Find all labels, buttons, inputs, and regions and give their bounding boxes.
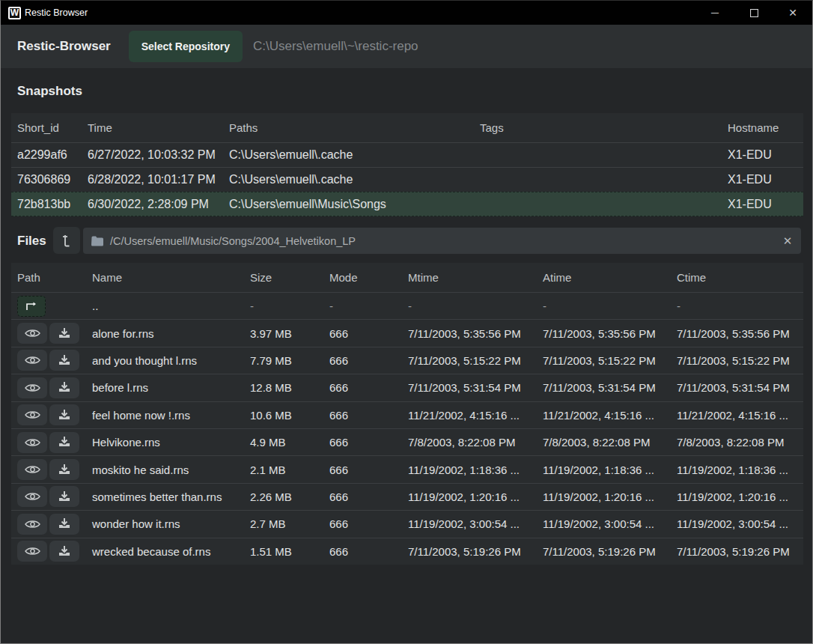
column-header: Path <box>11 271 86 284</box>
snapshot-row[interactable]: 763068696/28/2022, 10:01:17 PMC:\Users\e… <box>11 167 803 192</box>
cell-name: alone for.rns <box>86 327 244 340</box>
maximize-button[interactable] <box>734 1 773 25</box>
cell-atime: 11/21/2002, 4:15:16 ... <box>537 409 671 422</box>
cell-ctime: 7/11/2003, 5:19:26 PM <box>671 545 803 558</box>
cell-ctime: - <box>671 300 803 312</box>
file-row[interactable]: feel home now !.rns10.6 MB66611/21/2002,… <box>11 401 803 428</box>
clear-path-icon[interactable]: ✕ <box>780 234 795 248</box>
download-file-button[interactable] <box>49 486 79 507</box>
cell-mode: 666 <box>323 354 402 367</box>
cell-short_id: 72b813bb <box>11 198 82 211</box>
cell-paths: C:\Users\emuell\Music\Songs <box>223 198 474 211</box>
file-row[interactable]: moskito he said.rns2.1 MB66611/19/2002, … <box>11 455 803 482</box>
cell-time: 6/27/2022, 10:03:32 PM <box>82 148 223 162</box>
cell-path <box>11 350 86 371</box>
snapshot-row[interactable]: a2299af66/27/2022, 10:03:32 PMC:\Users\e… <box>11 142 803 167</box>
download-file-button[interactable] <box>49 323 79 344</box>
preview-file-button[interactable] <box>17 323 47 344</box>
download-icon <box>58 355 70 366</box>
download-file-button[interactable] <box>49 350 79 371</box>
cell-atime: 11/19/2002, 3:00:54 ... <box>537 517 671 530</box>
cell-paths: C:\Users\emuell\.cache <box>223 173 474 186</box>
cell-path <box>11 459 86 480</box>
go-up-button[interactable] <box>17 296 46 317</box>
download-file-button[interactable] <box>49 541 79 562</box>
cell-size: 7.79 MB <box>244 354 323 367</box>
column-header: Paths <box>223 121 474 134</box>
snapshots-title: Snapshots <box>17 84 82 99</box>
download-file-button[interactable] <box>49 459 79 480</box>
column-header: Ctime <box>671 271 803 284</box>
cell-mode: 666 <box>323 545 402 558</box>
preview-file-button[interactable] <box>17 514 47 535</box>
preview-file-button[interactable] <box>17 432 47 453</box>
file-row[interactable]: wonder how it.rns2.7 MB66611/19/2002, 3:… <box>11 510 803 537</box>
app-window: W Restic Browser ─ ✕ Restic-Browser Sele… <box>0 0 813 644</box>
preview-file-button[interactable] <box>17 404 47 425</box>
main-content: Snapshots Short_idTimePathsTagsHostname … <box>1 68 812 643</box>
column-header: Mtime <box>402 271 537 284</box>
download-file-button[interactable] <box>49 432 79 453</box>
column-header: Time <box>82 121 223 134</box>
preview-file-button[interactable] <box>17 459 47 480</box>
cell-ctime: 7/11/2003, 5:31:54 PM <box>671 381 803 394</box>
minimize-button[interactable]: ─ <box>695 1 734 25</box>
file-row[interactable]: wrecked because of.rns1.51 MB6667/11/200… <box>11 538 803 565</box>
preview-file-button[interactable] <box>17 541 47 562</box>
file-row[interactable]: before l.rns12.8 MB6667/11/2003, 5:31:54… <box>11 374 803 401</box>
close-button[interactable]: ✕ <box>773 1 812 25</box>
cell-mode: 666 <box>323 517 402 530</box>
column-header: Size <box>244 271 323 284</box>
cell-time: 6/30/2022, 2:28:09 PM <box>82 198 223 211</box>
path-root-button[interactable] <box>53 227 80 254</box>
cell-name: before l.rns <box>86 381 244 394</box>
cell-atime: 7/8/2003, 8:22:08 PM <box>537 436 671 449</box>
cell-name: Helvikone.rns <box>86 436 244 449</box>
cell-name: and you thought l.rns <box>86 354 244 367</box>
cell-name: wrecked because of.rns <box>86 545 244 558</box>
cell-mode: 666 <box>323 490 402 503</box>
cell-mtime: 7/11/2003, 5:31:54 PM <box>402 381 537 394</box>
download-file-button[interactable] <box>49 404 79 425</box>
cell-name: moskito he said.rns <box>86 464 244 476</box>
files-table: PathNameSizeModeMtimeAtimeCtime ..-----a… <box>11 263 803 565</box>
cell-hostname: X1-EDU <box>722 198 803 211</box>
cell-mode: 666 <box>323 436 402 449</box>
file-row[interactable]: alone for.rns3.97 MB6667/11/2003, 5:35:5… <box>11 319 803 346</box>
cell-ctime: 7/11/2003, 5:35:56 PM <box>671 327 803 340</box>
repository-path: C:\Users\emuell\~\restic-repo <box>253 39 418 54</box>
cell-ctime: 7/11/2003, 5:15:22 PM <box>671 354 803 367</box>
eye-icon <box>25 354 40 366</box>
file-row[interactable]: and you thought l.rns7.79 MB6667/11/2003… <box>11 347 803 374</box>
cell-ctime: 11/19/2002, 3:00:54 ... <box>671 517 803 530</box>
files-path-input[interactable]: /C/Users/emuell/Music/Songs/2004_Helveti… <box>83 228 801 254</box>
cell-mtime: 11/19/2002, 1:20:16 ... <box>402 490 537 503</box>
preview-file-button[interactable] <box>17 377 47 398</box>
cell-atime: 7/11/2003, 5:31:54 PM <box>537 381 671 394</box>
download-file-button[interactable] <box>49 377 79 398</box>
cell-name: .. <box>86 300 244 312</box>
files-path-value: /C/Users/emuell/Music/Songs/2004_Helveti… <box>110 235 780 247</box>
file-row[interactable]: Helvikone.rns4.9 MB6667/8/2003, 8:22:08 … <box>11 428 803 455</box>
eye-icon <box>25 464 40 476</box>
eye-icon <box>25 518 40 530</box>
titlebar: W Restic Browser ─ ✕ <box>1 1 812 25</box>
cell-name: wonder how it.rns <box>86 517 244 530</box>
download-icon <box>58 437 70 448</box>
download-icon <box>58 464 70 476</box>
download-file-button[interactable] <box>49 514 79 535</box>
cell-size: 1.51 MB <box>244 545 323 558</box>
window-title: Restic Browser <box>25 7 88 18</box>
cell-mode: 666 <box>323 409 402 422</box>
preview-file-button[interactable] <box>17 350 47 371</box>
snapshot-row[interactable]: 72b813bb6/30/2022, 2:28:09 PMC:\Users\em… <box>11 192 803 216</box>
select-repository-button[interactable]: Select Repository <box>129 31 243 62</box>
preview-file-button[interactable] <box>17 486 47 507</box>
cell-time: 6/28/2022, 10:01:17 PM <box>82 173 223 186</box>
cell-path <box>11 541 86 562</box>
file-row[interactable]: sometimes better than.rns2.26 MB66611/19… <box>11 483 803 510</box>
app-logo-icon: W <box>8 7 21 19</box>
cell-size: - <box>244 300 323 312</box>
cell-mode: 666 <box>323 327 402 340</box>
cell-ctime: 11/19/2002, 1:18:36 ... <box>671 464 803 476</box>
